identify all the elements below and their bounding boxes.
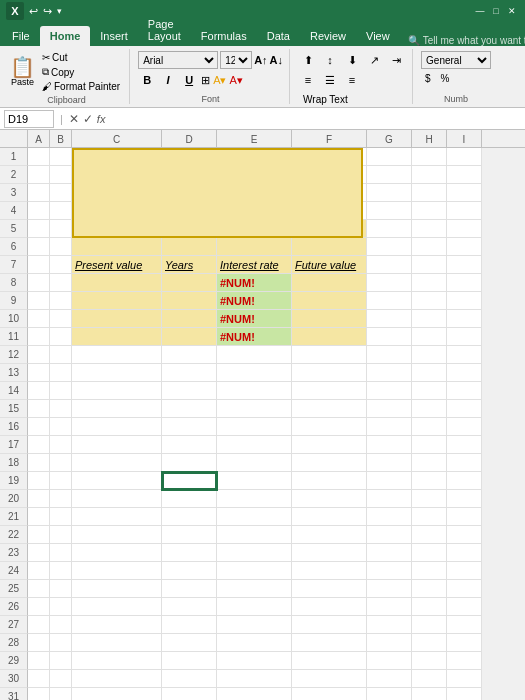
cell-e11[interactable]: #NUM!: [217, 328, 292, 346]
format-painter-button[interactable]: 🖌Format Painter: [39, 80, 123, 93]
tab-formulas[interactable]: Formulas: [191, 26, 257, 46]
cell-f7[interactable]: Future value: [292, 256, 367, 274]
align-bottom-button[interactable]: ⬇: [342, 51, 362, 69]
increase-font-button[interactable]: A↑: [254, 54, 267, 66]
cell-a6[interactable]: [28, 238, 50, 256]
tell-me-input[interactable]: [423, 35, 525, 46]
decrease-font-button[interactable]: A↓: [270, 54, 283, 66]
paste-button[interactable]: 📋 Paste: [10, 57, 35, 87]
col-header-c[interactable]: C: [72, 130, 162, 148]
cell-a5[interactable]: [28, 220, 50, 238]
cell-c10[interactable]: [72, 310, 162, 328]
cell-b9[interactable]: [50, 292, 72, 310]
cell-i8[interactable]: [447, 274, 482, 292]
insert-function-button[interactable]: fx: [97, 113, 106, 125]
col-header-i[interactable]: I: [447, 130, 482, 148]
minimize-button[interactable]: —: [473, 4, 487, 18]
cell-h10[interactable]: [412, 310, 447, 328]
align-middle-button[interactable]: ↕: [320, 51, 340, 69]
cell-h3[interactable]: [412, 184, 447, 202]
cell-f10[interactable]: [292, 310, 367, 328]
tab-review[interactable]: Review: [300, 26, 356, 46]
align-top-button[interactable]: ⬆: [298, 51, 318, 69]
col-header-f[interactable]: F: [292, 130, 367, 148]
cell-b1[interactable]: [50, 148, 72, 166]
cell-a7[interactable]: [28, 256, 50, 274]
cell-b10[interactable]: [50, 310, 72, 328]
dollar-button[interactable]: $: [421, 71, 435, 86]
cell-a12[interactable]: [28, 346, 50, 364]
cell-c9[interactable]: [72, 292, 162, 310]
maximize-button[interactable]: □: [489, 4, 503, 18]
cell-a1[interactable]: [28, 148, 50, 166]
cell-g2[interactable]: [367, 166, 412, 184]
close-button[interactable]: ✕: [505, 4, 519, 18]
cancel-formula-button[interactable]: ✕: [69, 112, 79, 126]
cell-g6[interactable]: [367, 238, 412, 256]
cell-h6[interactable]: [412, 238, 447, 256]
font-color-button[interactable]: A▾: [229, 74, 242, 87]
cell-b2[interactable]: [50, 166, 72, 184]
cell-d19-selected[interactable]: [162, 472, 217, 490]
align-right-button[interactable]: ≡: [342, 71, 362, 89]
cell-h11[interactable]: [412, 328, 447, 346]
align-center-button[interactable]: ☰: [320, 71, 340, 89]
cell-b6[interactable]: [50, 238, 72, 256]
cell-f9[interactable]: [292, 292, 367, 310]
col-header-g[interactable]: G: [367, 130, 412, 148]
formula-input[interactable]: [109, 112, 521, 126]
cell-h8[interactable]: [412, 274, 447, 292]
cell-f11[interactable]: [292, 328, 367, 346]
cell-h5[interactable]: [412, 220, 447, 238]
cell-g9[interactable]: [367, 292, 412, 310]
cell-h4[interactable]: [412, 202, 447, 220]
cell-i4[interactable]: [447, 202, 482, 220]
cell-a10[interactable]: [28, 310, 50, 328]
confirm-formula-button[interactable]: ✓: [83, 112, 93, 126]
cell-e10[interactable]: #NUM!: [217, 310, 292, 328]
cell-b5[interactable]: [50, 220, 72, 238]
cell-d11[interactable]: [162, 328, 217, 346]
number-format-select[interactable]: General: [421, 51, 491, 69]
cell-b3[interactable]: [50, 184, 72, 202]
cell-reference-input[interactable]: [4, 110, 54, 128]
cell-i10[interactable]: [447, 310, 482, 328]
cell-a3[interactable]: [28, 184, 50, 202]
tab-file[interactable]: File: [2, 26, 40, 46]
col-header-a[interactable]: A: [28, 130, 50, 148]
cell-b11[interactable]: [50, 328, 72, 346]
wrap-text-button[interactable]: Wrap Text: [298, 91, 379, 108]
cell-i9[interactable]: [447, 292, 482, 310]
cell-i2[interactable]: [447, 166, 482, 184]
cell-g3[interactable]: [367, 184, 412, 202]
cell-a8[interactable]: [28, 274, 50, 292]
cell-e8[interactable]: #NUM!: [217, 274, 292, 292]
cell-b4[interactable]: [50, 202, 72, 220]
col-header-e[interactable]: E: [217, 130, 292, 148]
cell-i1[interactable]: [447, 148, 482, 166]
cell-g11[interactable]: [367, 328, 412, 346]
cell-h2[interactable]: [412, 166, 447, 184]
cell-d6[interactable]: [162, 238, 217, 256]
cell-a11[interactable]: [28, 328, 50, 346]
quick-save[interactable]: ↩: [29, 5, 38, 18]
italic-button[interactable]: I: [159, 71, 177, 89]
quick-menu[interactable]: ▾: [57, 6, 62, 16]
cell-e7[interactable]: Interest rate: [217, 256, 292, 274]
cell-g5[interactable]: [367, 220, 412, 238]
cell-d9[interactable]: [162, 292, 217, 310]
copy-button[interactable]: ⧉Copy: [39, 65, 123, 79]
col-header-d[interactable]: D: [162, 130, 217, 148]
col-header-b[interactable]: B: [50, 130, 72, 148]
bold-button[interactable]: B: [138, 71, 156, 89]
tab-data[interactable]: Data: [257, 26, 300, 46]
tab-insert[interactable]: Insert: [90, 26, 138, 46]
quick-undo[interactable]: ↪: [43, 5, 52, 18]
cell-h9[interactable]: [412, 292, 447, 310]
cell-a4[interactable]: [28, 202, 50, 220]
indent-button[interactable]: ⇥: [386, 51, 406, 69]
tab-page-layout[interactable]: Page Layout: [138, 14, 191, 46]
cut-button[interactable]: ✂Cut: [39, 51, 123, 64]
cell-c6[interactable]: [72, 238, 162, 256]
cell-d10[interactable]: [162, 310, 217, 328]
